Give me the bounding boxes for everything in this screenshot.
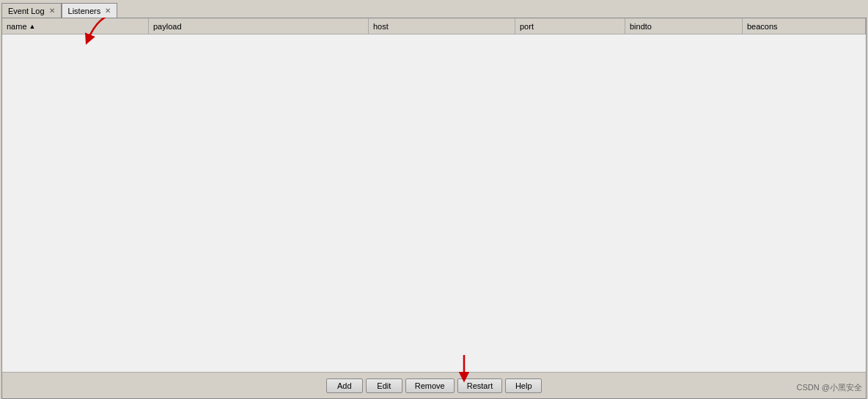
col-header-host[interactable]: host bbox=[369, 18, 515, 34]
edit-button[interactable]: Edit bbox=[366, 378, 402, 393]
watermark: CSDN @小黑安全 bbox=[797, 382, 862, 393]
add-button[interactable]: Add bbox=[326, 378, 363, 393]
tab-bar: Event Log ✕ Listeners ✕ bbox=[0, 0, 868, 18]
col-header-name[interactable]: name ▲ bbox=[2, 18, 149, 34]
tab-event-log-label: Event Log bbox=[8, 7, 45, 15]
help-button[interactable]: Help bbox=[505, 378, 542, 393]
tab-listeners-close[interactable]: ✕ bbox=[105, 7, 111, 15]
table-header: name ▲ payload host port bindto beacons bbox=[2, 18, 866, 34]
bottom-toolbar: Add Edit Remove Restart Help bbox=[2, 372, 866, 398]
tab-event-log-close[interactable]: ✕ bbox=[49, 7, 55, 15]
table-body bbox=[2, 34, 866, 372]
tab-event-log[interactable]: Event Log ✕ bbox=[1, 3, 62, 18]
app-container: Event Log ✕ Listeners ✕ name ▲ payload h… bbox=[0, 0, 868, 399]
col-header-bindto[interactable]: bindto bbox=[625, 18, 743, 34]
col-header-port[interactable]: port bbox=[515, 18, 625, 34]
tab-listeners[interactable]: Listeners ✕ bbox=[62, 3, 118, 18]
restart-button[interactable]: Restart bbox=[457, 378, 502, 393]
col-header-beacons[interactable]: beacons bbox=[743, 18, 866, 34]
col-header-payload[interactable]: payload bbox=[149, 18, 369, 34]
main-panel: name ▲ payload host port bindto beacons bbox=[1, 18, 867, 399]
sort-arrow-name: ▲ bbox=[29, 23, 36, 30]
tab-listeners-label: Listeners bbox=[68, 7, 101, 15]
remove-button[interactable]: Remove bbox=[405, 378, 455, 393]
